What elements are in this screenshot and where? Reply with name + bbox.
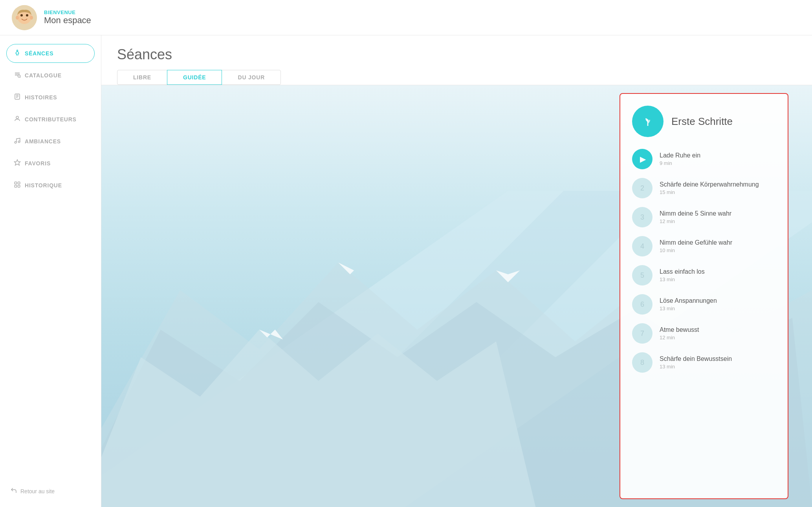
sidebar-label-favoris: FAVORIS xyxy=(25,160,51,167)
step-8: 8 xyxy=(632,352,653,373)
session-info-8: Schärfe dein Bewusstsein 13 min xyxy=(660,355,776,370)
tab-libre[interactable]: LIBRE xyxy=(117,70,167,85)
session-info-6: Löse Anspannungen 13 min xyxy=(660,297,776,311)
page-title: Séances xyxy=(117,46,796,63)
sidebar-label-seances: SÉANCES xyxy=(25,50,53,57)
session-info-5: Lass einfach los 13 min xyxy=(660,268,776,282)
session-item-1[interactable]: Lade Ruhe ein 9 min xyxy=(632,149,776,169)
session-list: Lade Ruhe ein 9 min 2 Schärfe deine Körp… xyxy=(632,149,776,373)
histoires-icon xyxy=(14,93,21,102)
svg-point-5 xyxy=(30,16,33,20)
session-duration-7: 12 min xyxy=(660,335,776,340)
step-7: 7 xyxy=(632,323,653,344)
catalogue-icon xyxy=(14,71,21,80)
retour-icon xyxy=(10,487,17,495)
session-item-2[interactable]: 2 Schärfe deine Körperwahrnehmung 15 min xyxy=(632,178,776,198)
sidebar-item-seances[interactable]: SÉANCES xyxy=(6,44,95,63)
session-name-8: Schärfe dein Bewusstsein xyxy=(660,355,776,362)
svg-point-2 xyxy=(20,14,23,16)
category-icon xyxy=(632,106,664,137)
svg-point-6 xyxy=(17,50,18,51)
retour-label: Retour au site xyxy=(20,488,55,494)
session-duration-5: 13 min xyxy=(660,276,776,282)
tabs-row: LIBRE GUIDÉE DU JOUR xyxy=(117,70,796,85)
sidebar-label-catalogue: CATALOGUE xyxy=(25,72,62,79)
main-content: Séances LIBRE GUIDÉE DU JOUR xyxy=(101,35,812,507)
session-name-7: Atme bewusst xyxy=(660,326,776,333)
svg-point-24 xyxy=(647,125,649,126)
session-info-1: Lade Ruhe ein 9 min xyxy=(660,152,776,166)
panel-header: Erste Schritte xyxy=(632,106,776,137)
session-duration-6: 13 min xyxy=(660,306,776,311)
svg-point-11 xyxy=(18,141,20,143)
sidebar-label-contributeurs: CONTRIBUTEURS xyxy=(25,116,77,123)
content-area: Erste Schritte Lade Ruhe ein 9 min 2 xyxy=(101,85,812,507)
session-duration-2: 15 min xyxy=(660,189,776,195)
seances-icon xyxy=(14,49,21,58)
session-item-4[interactable]: 4 Nimm deine Gefühle wahr 10 min xyxy=(632,236,776,256)
layout: SÉANCES CATALOGUE HISTOIRES xyxy=(0,35,812,507)
svg-rect-16 xyxy=(18,185,20,187)
session-name-5: Lass einfach los xyxy=(660,268,776,275)
ambiances-icon xyxy=(14,137,21,146)
svg-point-7 xyxy=(18,75,20,77)
session-duration-1: 9 min xyxy=(660,160,776,166)
session-item-3[interactable]: 3 Nimm deine 5 Sinne wahr 12 min xyxy=(632,207,776,227)
session-info-7: Atme bewusst 12 min xyxy=(660,326,776,340)
session-name-2: Schärfe deine Körperwahrnehmung xyxy=(660,181,776,188)
svg-point-3 xyxy=(26,14,28,16)
sidebar-item-favoris[interactable]: FAVORIS xyxy=(6,154,95,173)
page-title-bar: Séances LIBRE GUIDÉE DU JOUR xyxy=(101,35,812,85)
session-item-8[interactable]: 8 Schärfe dein Bewusstsein 13 min xyxy=(632,352,776,373)
sidebar-item-historique[interactable]: HISTORIQUE xyxy=(6,176,95,195)
sidebar: SÉANCES CATALOGUE HISTOIRES xyxy=(0,35,101,507)
svg-point-4 xyxy=(16,16,19,20)
session-panel: Erste Schritte Lade Ruhe ein 9 min 2 xyxy=(620,93,788,499)
sidebar-bottom: Retour au site xyxy=(6,476,95,498)
session-info-4: Nimm deine Gefühle wahr 10 min xyxy=(660,239,776,253)
session-info-2: Schärfe deine Körperwahrnehmung 15 min xyxy=(660,181,776,195)
step-5: 5 xyxy=(632,265,653,286)
session-item-7[interactable]: 7 Atme bewusst 12 min xyxy=(632,323,776,344)
sidebar-item-histoires[interactable]: HISTOIRES xyxy=(6,88,95,107)
favoris-icon xyxy=(14,159,21,168)
retour-button[interactable]: Retour au site xyxy=(6,484,95,498)
svg-point-9 xyxy=(16,116,18,119)
avatar xyxy=(12,5,37,30)
historique-icon xyxy=(14,181,21,190)
play-button-1[interactable] xyxy=(632,149,653,169)
sidebar-item-ambiances[interactable]: AMBIANCES xyxy=(6,132,95,151)
step-3: 3 xyxy=(632,207,653,227)
session-name-6: Löse Anspannungen xyxy=(660,297,776,304)
tab-du-jour[interactable]: DU JOUR xyxy=(222,70,281,85)
bienvenue-label: BIENVENUE xyxy=(44,9,91,15)
svg-marker-12 xyxy=(15,160,20,165)
session-item-6[interactable]: 6 Löse Anspannungen 13 min xyxy=(632,294,776,315)
tab-guidee[interactable]: GUIDÉE xyxy=(167,70,222,85)
step-6: 6 xyxy=(632,294,653,315)
user-name: Mon espace xyxy=(44,15,91,26)
header-user-info: BIENVENUE Mon espace xyxy=(44,9,91,26)
contributeurs-icon xyxy=(14,115,21,124)
session-duration-8: 13 min xyxy=(660,364,776,370)
session-duration-4: 10 min xyxy=(660,247,776,253)
sidebar-label-historique: HISTORIQUE xyxy=(25,182,62,189)
sidebar-label-histoires: HISTOIRES xyxy=(25,94,57,101)
category-title: Erste Schritte xyxy=(671,115,733,128)
header: BIENVENUE Mon espace xyxy=(0,0,812,35)
session-name-4: Nimm deine Gefühle wahr xyxy=(660,239,776,246)
session-duration-3: 12 min xyxy=(660,218,776,224)
svg-rect-13 xyxy=(15,182,16,184)
sidebar-label-ambiances: AMBIANCES xyxy=(25,138,61,145)
svg-rect-15 xyxy=(15,185,16,187)
session-info-3: Nimm deine 5 Sinne wahr 12 min xyxy=(660,210,776,224)
step-4: 4 xyxy=(632,236,653,256)
step-2: 2 xyxy=(632,178,653,198)
svg-point-10 xyxy=(15,141,16,143)
sidebar-item-contributeurs[interactable]: CONTRIBUTEURS xyxy=(6,110,95,129)
svg-rect-14 xyxy=(18,182,20,184)
sidebar-item-catalogue[interactable]: CATALOGUE xyxy=(6,66,95,85)
session-item-5[interactable]: 5 Lass einfach los 13 min xyxy=(632,265,776,286)
session-name-1: Lade Ruhe ein xyxy=(660,152,776,159)
session-name-3: Nimm deine 5 Sinne wahr xyxy=(660,210,776,217)
